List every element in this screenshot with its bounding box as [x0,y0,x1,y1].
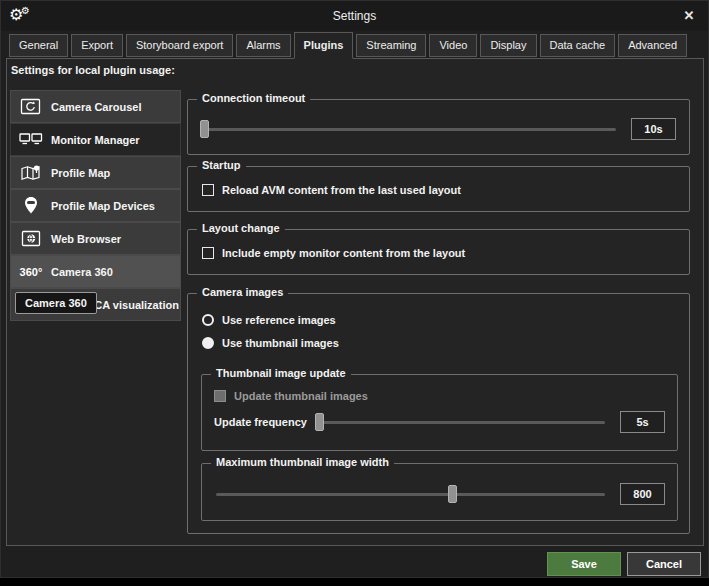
group-title: Thumbnail image update [211,367,351,379]
slider-track[interactable] [316,421,605,424]
include-empty-monitor-checkbox[interactable] [202,247,214,259]
group-title: Startup [197,159,246,171]
group-startup: Startup Reload AVM content from the last… [187,166,690,212]
radio-label: Use thumbnail images [222,337,339,349]
cancel-button[interactable]: Cancel [627,552,701,576]
profile-map-devices-icon [11,196,51,215]
title-bar: ⚙ ⚙ Settings ✕ [1,1,708,31]
save-button[interactable]: Save [547,552,621,576]
tab-data-cache[interactable]: Data cache [540,34,616,57]
tooltip-camera-360: Camera 360 [15,292,97,314]
slider-handle[interactable] [448,485,457,503]
sidebar-item-label: Profile Map Devices [51,200,155,212]
slider-track[interactable] [204,128,616,131]
sidebar-item-web-browser[interactable]: Web Browser [10,222,181,255]
tab-plugins[interactable]: Plugins [294,32,354,59]
sidebar-item-label: VCA visualization [87,299,179,311]
camera-360-icon: 360° [11,266,51,278]
window-title: Settings [1,9,708,23]
sidebar-item-profile-map[interactable]: Profile Map [10,156,181,189]
radio-label: Use reference images [222,314,336,326]
sidebar-item-monitor-manager[interactable]: Monitor Manager [10,123,181,156]
max-thumbnail-width-value[interactable]: 800 [620,483,665,505]
group-title: Connection timeout [197,92,310,104]
connection-timeout-slider[interactable] [202,118,618,140]
group-title: Camera images [197,286,288,298]
group-connection-timeout: Connection timeout 10s [187,99,690,155]
update-frequency-slider[interactable] [314,411,607,433]
monitor-manager-icon [11,131,51,148]
group-title: Layout change [197,222,285,234]
checkbox-label: Include empty monitor content from the l… [222,247,465,259]
checkbox-label: Reload AVM content from the last used la… [222,184,461,196]
tab-general[interactable]: General [9,34,68,57]
sidebar-item-label: Profile Map [51,167,110,179]
use-thumbnail-images-radio[interactable] [202,337,214,349]
slider-handle[interactable] [315,413,324,431]
update-frequency-value[interactable]: 5s [620,411,665,433]
slider-handle[interactable] [200,120,209,138]
settings-window: ⚙ ⚙ Settings ✕ General Export Storyboard… [0,0,709,578]
sidebar-item-label: Camera Carousel [51,101,142,113]
group-thumbnail-image-update: Thumbnail image update Update thumbnail … [201,374,678,451]
sidebar-item-label: Camera 360 [51,266,113,278]
group-max-thumbnail-width: Maximum thumbnail image width 800 [201,463,678,521]
sidebar-item-label: Monitor Manager [51,134,140,146]
max-thumbnail-width-slider[interactable] [214,483,607,505]
use-reference-images-radio[interactable] [202,314,214,326]
page-heading: Settings for local plugin usage: [11,64,175,76]
sidebar-item-label: Web Browser [51,233,121,245]
group-title: Maximum thumbnail image width [211,456,394,468]
camera-carousel-icon [11,98,51,115]
sidebar-item-profile-map-devices[interactable]: Profile Map Devices [10,189,181,222]
tab-display[interactable]: Display [480,34,536,57]
tab-video[interactable]: Video [429,34,477,57]
web-browser-icon [11,230,51,247]
tab-streaming[interactable]: Streaming [356,34,426,57]
tab-advanced[interactable]: Advanced [618,34,687,57]
slider-track[interactable] [216,493,605,496]
group-camera-images: Camera images Use reference images Use t… [187,293,690,534]
sidebar-item-camera-360[interactable]: 360° Camera 360 [10,255,181,288]
checkbox-label: Update thumbnail images [234,390,368,402]
plugins-tab-page: Settings for local plugin usage: Camera … [6,58,704,546]
camera-360-icon-text: 360° [20,266,43,278]
sidebar-item-camera-carousel[interactable]: Camera Carousel [10,90,181,123]
tab-storyboard-export[interactable]: Storyboard export [126,34,233,57]
tab-export[interactable]: Export [71,34,123,57]
profile-map-icon [11,164,51,182]
close-icon[interactable]: ✕ [680,7,698,25]
update-thumbnail-images-checkbox [214,390,226,402]
tab-alarms[interactable]: Alarms [236,34,290,57]
reload-avm-checkbox[interactable] [202,184,214,196]
update-frequency-label: Update frequency [214,416,314,428]
connection-timeout-value[interactable]: 10s [631,118,676,140]
tab-bar: General Export Storyboard export Alarms … [9,32,690,59]
group-layout-change: Layout change Include empty monitor cont… [187,229,690,275]
screen: ⚙ ⚙ Settings ✕ General Export Storyboard… [0,0,709,586]
